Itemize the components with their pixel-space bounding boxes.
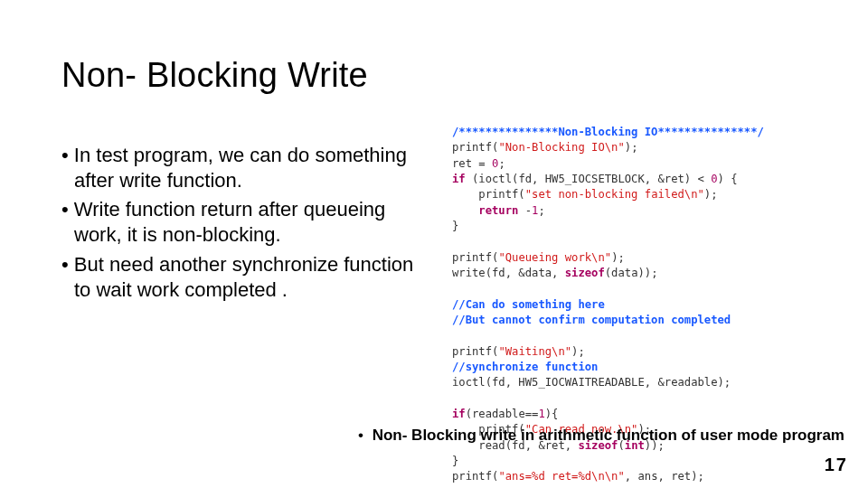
code-text: printf( xyxy=(452,470,498,483)
code-string: "set non-blocking failed\n" xyxy=(525,188,704,201)
code-text: printf( xyxy=(452,141,498,154)
code-text: ) { xyxy=(718,173,738,185)
code-keyword: sizeof xyxy=(565,267,605,279)
bullet-list: • In test program, we can do something a… xyxy=(61,143,423,306)
code-keyword: return xyxy=(452,204,518,217)
code-text: } xyxy=(452,455,458,467)
code-string: "ans=%d ret=%d\n\n" xyxy=(498,470,624,483)
slide-title: Non- Blocking Write xyxy=(61,56,368,95)
code-text: - xyxy=(518,204,532,217)
code-text: ); xyxy=(625,141,638,154)
code-text: ; xyxy=(538,204,544,217)
code-comment: /***************Non-Blocking IO*********… xyxy=(452,126,764,138)
code-comment: //synchronize function xyxy=(452,361,598,373)
code-text: (ioctl(fd, HW5_IOCSETBLOCK, &ret) < xyxy=(466,173,712,185)
bullet-item: • Write function return after queueing w… xyxy=(61,197,423,248)
caption: • Non- Blocking write in arithmetic func… xyxy=(354,427,844,445)
code-text: (data)); xyxy=(605,267,658,279)
code-string: "Waiting\n" xyxy=(498,345,571,358)
code-text: ){ xyxy=(545,408,559,420)
code-keyword: if xyxy=(452,408,466,420)
code-number: 1 xyxy=(538,408,544,420)
code-string: "Queueing work\n" xyxy=(498,251,611,264)
bullet-item: • In test program, we can do something a… xyxy=(61,143,423,193)
code-text: , ans, ret); xyxy=(625,470,704,483)
code-text: ); xyxy=(571,345,585,358)
code-text: ); xyxy=(611,251,625,264)
code-text: (readable== xyxy=(466,408,539,420)
code-string: "Non-Blocking IO\n" xyxy=(498,141,624,154)
code-text: ; xyxy=(498,157,505,170)
code-comment: //Can do something here xyxy=(452,298,605,311)
code-number: 0 xyxy=(711,173,717,185)
code-text: write(fd, &data, xyxy=(452,267,565,279)
code-text: } xyxy=(452,220,458,232)
slide: Non- Blocking Write • In test program, w… xyxy=(0,0,868,488)
caption-text: Non- Blocking write in arithmetic functi… xyxy=(373,427,844,444)
code-text: ioctl(fd, HW5_IOCWAITREADABLE, &readable… xyxy=(452,376,731,389)
code-text: ); xyxy=(704,188,718,201)
page-number: 17 xyxy=(825,455,848,475)
bullet-item: • But need another synchronize function … xyxy=(61,252,423,303)
code-text: printf( xyxy=(452,188,525,201)
bullet-dot: • xyxy=(354,427,368,445)
code-comment: //But cannot confirm computation complet… xyxy=(452,314,731,326)
code-text: printf( xyxy=(452,251,498,264)
code-text: ret = xyxy=(452,157,492,170)
code-text: printf( xyxy=(452,345,498,358)
code-keyword: if xyxy=(452,173,466,185)
